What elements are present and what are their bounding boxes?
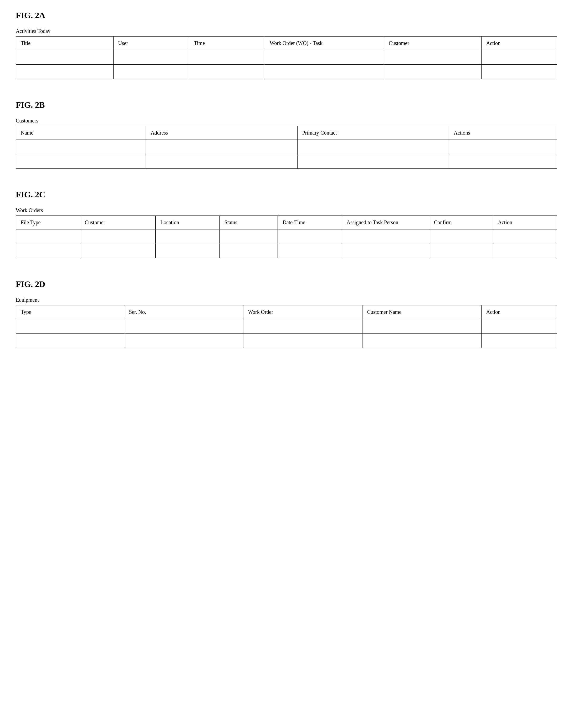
fig2a-row2-wo [265, 65, 384, 79]
fig2a-row1-action [481, 50, 557, 65]
fig2d-col-serno: Ser. No. [124, 305, 243, 319]
fig2a-row1-wo [265, 50, 384, 65]
fig2b-header-row: Name Address Primary Contact Actions [16, 126, 557, 140]
section-fig2d: FIG. 2D Equipment Type Ser. No. Work Ord… [16, 279, 557, 348]
fig2d-row2-wo [243, 333, 362, 348]
fig2a-col-time: Time [189, 37, 265, 50]
fig2b-col-name: Name [16, 126, 146, 140]
table-row [16, 65, 557, 79]
fig2d-table: Type Ser. No. Work Order Customer Name A… [16, 305, 557, 348]
fig2c-row2-confirm [429, 244, 493, 258]
fig2d-row2-action [481, 333, 557, 348]
fig2c-col-customer: Customer [80, 216, 156, 229]
fig2d-row1-type [16, 319, 124, 333]
fig2a-row2-customer [384, 65, 481, 79]
table-row [16, 154, 557, 169]
fig2b-col-actions: Actions [449, 126, 557, 140]
fig2b-table-label: Customers [16, 118, 557, 124]
fig2a-row1-title [16, 50, 113, 65]
fig2c-col-datetime: Date-Time [278, 216, 342, 229]
fig2c-row2-location [156, 244, 220, 258]
fig2a-row2-user [113, 65, 189, 79]
fig2c-row1-location [156, 229, 220, 244]
fig2d-col-type: Type [16, 305, 124, 319]
fig2b-title: FIG. 2B [16, 100, 557, 110]
fig2d-row1-serno [124, 319, 243, 333]
fig2c-row2-datetime [278, 244, 342, 258]
fig2d-row1-custname [362, 319, 481, 333]
fig2c-col-status: Status [219, 216, 277, 229]
section-fig2b: FIG. 2B Customers Name Address Primary C… [16, 100, 557, 169]
fig2a-header-row: Title User Time Work Order (WO) - Task C… [16, 37, 557, 50]
fig2c-col-assigned: Assigned to Task Person [342, 216, 429, 229]
fig2c-row1-customer [80, 229, 156, 244]
fig2c-row2-assigned [342, 244, 429, 258]
fig2b-row1-name [16, 140, 146, 154]
fig2b-row1-contact [297, 140, 449, 154]
table-row [16, 244, 557, 258]
fig2c-col-confirm: Confirm [429, 216, 493, 229]
fig2b-row2-address [146, 154, 298, 169]
fig2a-row1-customer [384, 50, 481, 65]
fig2c-row2-filetype [16, 244, 80, 258]
fig2a-row2-time [189, 65, 265, 79]
fig2d-col-wo: Work Order [243, 305, 362, 319]
fig2c-col-action: Action [493, 216, 557, 229]
fig2c-title: FIG. 2C [16, 190, 557, 200]
fig2d-row1-action [481, 319, 557, 333]
fig2a-row2-action [481, 65, 557, 79]
fig2b-table: Name Address Primary Contact Actions [16, 126, 557, 169]
fig2d-row2-serno [124, 333, 243, 348]
fig2c-header-row: File Type Customer Location Status Date-… [16, 216, 557, 229]
fig2c-row2-status [219, 244, 277, 258]
table-row [16, 319, 557, 333]
fig2c-row1-filetype [16, 229, 80, 244]
fig2a-row1-time [189, 50, 265, 65]
fig2c-row2-customer [80, 244, 156, 258]
fig2a-col-title: Title [16, 37, 113, 50]
fig2c-table-label: Work Orders [16, 207, 557, 213]
fig2b-row2-contact [297, 154, 449, 169]
fig2c-row1-datetime [278, 229, 342, 244]
table-row [16, 333, 557, 348]
fig2b-row1-actions [449, 140, 557, 154]
fig2a-col-customer: Customer [384, 37, 481, 50]
fig2c-row1-action [493, 229, 557, 244]
table-row [16, 140, 557, 154]
fig2a-col-action: Action [481, 37, 557, 50]
fig2c-row2-action [493, 244, 557, 258]
fig2a-row2-title [16, 65, 113, 79]
table-row [16, 229, 557, 244]
fig2a-table-label: Activities Today [16, 28, 557, 34]
fig2b-row1-address [146, 140, 298, 154]
fig2d-header-row: Type Ser. No. Work Order Customer Name A… [16, 305, 557, 319]
fig2c-col-filetype: File Type [16, 216, 80, 229]
fig2c-row1-assigned [342, 229, 429, 244]
fig2d-row2-type [16, 333, 124, 348]
fig2c-row1-confirm [429, 229, 493, 244]
fig2a-title: FIG. 2A [16, 10, 557, 20]
section-fig2c: FIG. 2C Work Orders File Type Customer L… [16, 190, 557, 258]
fig2b-col-address: Address [146, 126, 298, 140]
fig2c-col-location: Location [156, 216, 220, 229]
fig2d-col-action: Action [481, 305, 557, 319]
fig2c-row1-status [219, 229, 277, 244]
fig2d-row2-custname [362, 333, 481, 348]
fig2a-table: Title User Time Work Order (WO) - Task C… [16, 36, 557, 79]
fig2d-row1-wo [243, 319, 362, 333]
fig2a-col-user: User [113, 37, 189, 50]
fig2d-title: FIG. 2D [16, 279, 557, 289]
table-row [16, 50, 557, 65]
section-fig2a: FIG. 2A Activities Today Title User Time… [16, 10, 557, 79]
fig2c-table: File Type Customer Location Status Date-… [16, 215, 557, 258]
fig2b-row2-name [16, 154, 146, 169]
fig2b-row2-actions [449, 154, 557, 169]
fig2d-col-custname: Customer Name [362, 305, 481, 319]
fig2a-row1-user [113, 50, 189, 65]
fig2a-col-wo: Work Order (WO) - Task [265, 37, 384, 50]
fig2d-table-label: Equipment [16, 297, 557, 303]
fig2b-col-contact: Primary Contact [297, 126, 449, 140]
